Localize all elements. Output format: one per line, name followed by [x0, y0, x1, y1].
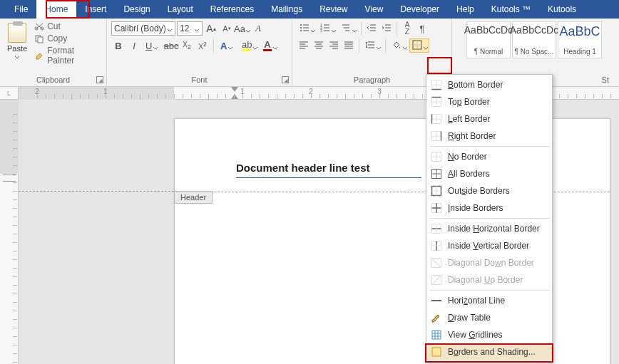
borders-menu-dup: Diagonal Up Border	[426, 271, 552, 288]
style-heading-1[interactable]: AaBbCHeading 1	[558, 21, 602, 58]
menu-tab-insert[interactable]: Insert	[76, 0, 115, 19]
menu-item-label: Inside Vertical Border	[448, 241, 529, 251]
show-marks-button[interactable]: ¶	[415, 21, 429, 36]
increase-indent-button[interactable]	[379, 21, 394, 36]
dialog-launcher-clipboard[interactable]	[96, 76, 103, 83]
dup-icon	[431, 274, 442, 286]
scissors-icon	[34, 22, 44, 31]
menu-item-label: Inside Borders	[448, 203, 503, 213]
borders-menu-bottom[interactable]: Bottom Border	[426, 76, 552, 93]
header-boundary-left	[19, 191, 174, 192]
align-left-button[interactable]	[297, 38, 311, 53]
cut-button[interactable]: Cut	[34, 21, 102, 31]
font-color-button[interactable]: A	[260, 38, 280, 53]
sort-icon: AZ	[405, 21, 410, 36]
header-tag: Header	[174, 191, 213, 204]
menu-tab-kutools[interactable]: Kutools	[539, 0, 585, 19]
style-no-spacing[interactable]: AaBbCcDc¶ No Spac...	[512, 21, 556, 58]
bullets-icon	[300, 23, 310, 35]
menu-tab-file[interactable]: File	[6, 0, 36, 19]
align-center-button[interactable]	[312, 38, 326, 53]
subscript-button[interactable]: X2	[180, 38, 194, 53]
group-font: Calibri (Body) 12 A▴ A▾ Aa A B I U abc X…	[107, 19, 292, 86]
borders-menu-inside[interactable]: Inside Borders	[426, 199, 552, 217]
align-right-button[interactable]	[327, 38, 341, 53]
borders-menu-no[interactable]: No Border	[426, 148, 552, 165]
pilcrow-icon: ¶	[420, 24, 425, 34]
superscript-button[interactable]: X2	[195, 38, 210, 53]
multilevel-icon	[341, 23, 351, 35]
menu-tab-mailings[interactable]: Mailings	[262, 0, 311, 19]
menu-tab-developer[interactable]: Developer	[392, 0, 448, 19]
underline-button[interactable]: U	[143, 38, 163, 53]
sort-button[interactable]: AZ	[400, 21, 414, 36]
indent-icon	[382, 23, 392, 35]
svg-point-4	[300, 30, 302, 31]
outside-icon	[431, 185, 442, 197]
font-size-combo[interactable]: 12	[177, 21, 203, 36]
menu-tab-help[interactable]: Help	[448, 0, 483, 19]
menu-tab-layout[interactable]: Layout	[159, 0, 202, 19]
decrease-indent-button[interactable]	[364, 21, 379, 36]
borders-menu-borders_shading[interactable]: Borders and Shading...	[426, 343, 552, 360]
vertical-ruler[interactable]	[0, 100, 19, 364]
inh-icon	[431, 223, 442, 234]
change-case-button[interactable]: Aa	[235, 21, 250, 36]
grow-font-button[interactable]: A▴	[204, 21, 218, 36]
menu-bar: FileHomeInsertDesignLayoutReferencesMail…	[0, 0, 619, 19]
bold-button[interactable]: B	[111, 38, 126, 53]
borders-menu-hline[interactable]: Horizontal Line	[426, 292, 552, 309]
borders-menu-all[interactable]: All Borders	[426, 165, 552, 182]
menu-tab-design[interactable]: Design	[115, 0, 158, 19]
align-left-icon	[299, 40, 309, 52]
dialog-launcher-font[interactable]	[282, 76, 289, 83]
font-name-combo[interactable]: Calibri (Body)	[111, 21, 175, 36]
style-normal[interactable]: AaBbCcDc¶ Normal	[466, 21, 511, 58]
shrink-font-button[interactable]: A▾	[220, 21, 234, 36]
indent-marker-top[interactable]	[231, 87, 238, 92]
format-painter-button[interactable]: Format Painter	[34, 46, 102, 66]
numbering-button[interactable]: 123	[317, 21, 337, 36]
menu-tab-home[interactable]: Home	[36, 0, 76, 19]
indent-marker-bottom[interactable]	[231, 94, 238, 99]
copy-button[interactable]: Copy	[34, 33, 102, 43]
borders-menu-outside[interactable]: Outside Borders	[426, 182, 552, 199]
document-header-text[interactable]: Document header line test	[236, 162, 370, 174]
borders-menu-left[interactable]: Left Border	[426, 110, 552, 128]
borders-menu-top[interactable]: Top Border	[426, 93, 552, 110]
menu-item-label: Right Border	[448, 131, 496, 141]
menu-item-label: Outside Borders	[448, 186, 510, 196]
menu-tab-review[interactable]: Review	[311, 0, 356, 19]
clear-formatting-button[interactable]: A	[251, 21, 265, 36]
borders-menu-inh[interactable]: Inside Horizontal Border	[426, 220, 552, 237]
top-icon	[431, 96, 442, 108]
menu-tab-references[interactable]: References	[202, 0, 262, 19]
bullets-button[interactable]	[297, 21, 317, 36]
line-spacing-button[interactable]	[362, 38, 382, 53]
svg-rect-22	[432, 348, 441, 356]
menu-tab-kutools[interactable]: Kutools ™	[483, 0, 539, 19]
menu-tab-view[interactable]: View	[357, 0, 392, 19]
justify-button[interactable]	[342, 38, 356, 53]
svg-text:3: 3	[320, 28, 322, 33]
align-right-icon	[329, 40, 339, 52]
multilevel-button[interactable]	[338, 21, 358, 36]
strikethrough-button[interactable]: abc	[164, 38, 178, 53]
draw-icon	[431, 312, 442, 323]
no-icon	[431, 151, 442, 162]
highlight-button[interactable]: ab	[239, 38, 259, 53]
grid-icon	[431, 329, 442, 340]
borders-menu-right[interactable]: Right Border	[426, 128, 552, 145]
menu-item-label: Diagonal Up Border	[448, 275, 523, 285]
borders-menu-grid[interactable]: View Gridlines	[426, 326, 552, 343]
header-underline	[236, 177, 421, 178]
text-effects-button[interactable]: A	[218, 38, 237, 53]
italic-button[interactable]: I	[127, 38, 141, 53]
borders-menu-draw[interactable]: Draw Table	[426, 309, 552, 326]
borders-button[interactable]	[409, 38, 429, 53]
shading-button[interactable]	[389, 38, 409, 53]
borders-menu-inv[interactable]: Inside Vertical Border	[426, 237, 552, 254]
paste-button[interactable]: Paste	[4, 21, 30, 60]
menu-item-label: No Border	[448, 152, 487, 162]
svg-point-2	[300, 24, 302, 26]
